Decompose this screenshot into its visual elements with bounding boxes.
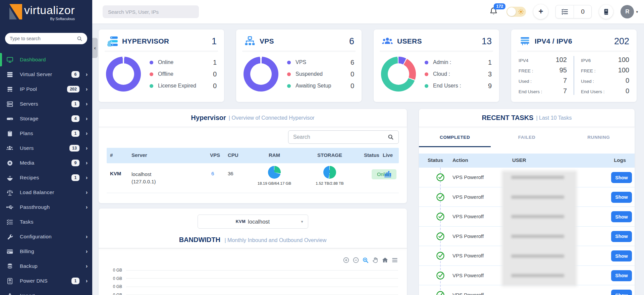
sidebar-search-input[interactable] [10,36,77,41]
sidebar-badge: 13 [69,145,79,152]
virtualizor-logo-icon [9,4,22,19]
vps-count-link[interactable]: 6 [211,171,214,176]
legend-dot [425,61,428,64]
sidebar-item-import[interactable]: Import [0,288,92,295]
menu-icon[interactable] [391,257,398,263]
sidebar-badge: 4 [71,115,79,122]
sidebar-item-backup[interactable]: Backup [0,259,92,274]
task-action: VPS Poweroff [452,273,484,278]
show-logs-button[interactable]: Show [611,290,632,295]
user-menu[interactable]: R [621,5,638,18]
sidebar-item-ip-pool[interactable]: IP Pool 202 [0,82,92,97]
servers-icon [6,100,13,108]
tasks-table-header: Status Action USER Logs [419,154,635,168]
sidebar-item-media[interactable]: Media 9 [0,156,92,170]
hypervisor-search-input[interactable] [293,134,388,140]
show-logs-button[interactable]: Show [611,270,632,281]
task-action: VPS Poweroff [452,174,484,180]
live-stats-button[interactable] [379,170,396,179]
legend-item: Cloud : 3 [425,70,492,78]
global-search[interactable] [103,5,199,18]
cpu-count: 36 [228,171,233,176]
y-axis-tick: 0 GB [107,284,122,289]
sidebar-item-servers[interactable]: Servers 1 [0,97,92,111]
chevron-right-icon [81,160,88,166]
sidebar-item-virtual-server[interactable]: Virtual Server 6 [0,67,92,82]
zoom-in-icon[interactable] [343,257,350,263]
global-search-input[interactable] [108,9,194,15]
sidebar-item-label: Storage [20,116,39,122]
toggle-knob [507,7,516,16]
summary-cards: HYPERVISOR 1 Online 1 Offline [99,30,637,102]
sidebar-item-passthrough[interactable]: Passthrough [0,200,92,215]
sidebar-search[interactable] [5,33,87,44]
logo-subtitle: By Softaculous [50,17,75,21]
panel-title: Hypervisor [191,114,226,122]
legend-item: Awaiting Setup 0 [287,82,354,90]
tasks-rows: VPS Poweroff Show VPS Poweroff Show VPS … [419,168,635,295]
card-value: 1 [212,36,217,47]
sidebar-item-label: Recipes [20,175,39,181]
chevron-right-icon [81,175,88,181]
hypervisor-table-search[interactable] [288,130,399,144]
sidebar-item-load-balancer[interactable]: Load Balancer [0,185,92,200]
zoom-out-icon[interactable] [353,257,359,263]
sidebar-item-storage[interactable]: Storage 4 [0,111,92,126]
pan-icon[interactable] [372,257,379,263]
sidebar-item-label: Media [20,160,34,166]
avatar[interactable]: R [621,5,634,18]
storage-pie-chart [323,166,336,179]
sidebar-badge: 1 [71,278,79,284]
show-logs-button[interactable]: Show [611,172,632,183]
users-icon [6,144,13,152]
selection-zoom-icon[interactable] [362,257,369,263]
sidebar-item-label: Passthrough [20,204,50,210]
server-selector-dropdown[interactable]: KVM localhost [198,215,308,229]
legend-item: Admin : 1 [425,59,492,66]
ipv4-ipv6-icon [519,35,531,48]
show-logs-button[interactable]: Show [611,192,632,203]
chevron-right-icon [81,234,88,240]
redacted-user-column [504,173,575,284]
tasks-counter[interactable]: 0 [555,5,592,18]
logo[interactable]: virtualizor By Softaculous [9,4,75,21]
add-button[interactable]: + [533,4,548,19]
tasks-list-icon [556,5,574,18]
sidebar-item-label: Tasks [20,219,34,225]
sidebar-badge: 6 [71,71,79,78]
hypervisor-panel: Hypervisor | Overview of Connected Hyper… [99,109,407,203]
chevron-right-icon [81,189,88,195]
search-icon [388,134,394,140]
sidebar-item-recipes[interactable]: Recipes 1 [0,170,92,185]
theme-toggle[interactable] [506,7,526,17]
sidebar-item-tasks[interactable]: Tasks [0,215,92,229]
check-circle-icon [436,251,445,260]
show-logs-button[interactable]: Show [611,250,632,261]
notification-count-badge: 172 [494,3,505,9]
sidebar-item-power-dns[interactable]: Power DNS 1 [0,274,92,288]
sidebar-item-dashboard[interactable]: Dashboard [0,52,92,67]
plans-icon [6,130,13,137]
tab-running[interactable]: RUNNING [563,127,635,147]
legend-dot [287,61,291,64]
notifications-button[interactable]: 172 [489,6,499,17]
docs-button[interactable] [599,5,613,19]
show-logs-button[interactable]: Show [611,211,632,222]
show-logs-button[interactable]: Show [611,231,632,242]
sidebar-collapse-button[interactable] [92,38,98,58]
sidebar-item-users[interactable]: Users 13 [0,141,92,156]
sidebar-item-plans[interactable]: Plans 1 [0,126,92,141]
users-card-icon [381,35,394,48]
chevron-right-icon [81,116,88,122]
tab-completed[interactable]: COMPLETED [419,127,491,147]
tab-failed[interactable]: FAILED [491,127,562,147]
sidebar-badge: 1 [71,101,79,107]
sidebar-item-billing[interactable]: Billing [0,244,92,259]
hypervisor-donut-chart [106,57,141,92]
sidebar-item-configuration[interactable]: Configuration [0,229,92,244]
chevron-right-icon [81,86,88,92]
home-reset-icon[interactable] [382,257,388,263]
legend-item: Offline 0 [150,70,217,78]
vps-card-icon [244,35,256,48]
legend-item: Online 1 [150,59,217,66]
